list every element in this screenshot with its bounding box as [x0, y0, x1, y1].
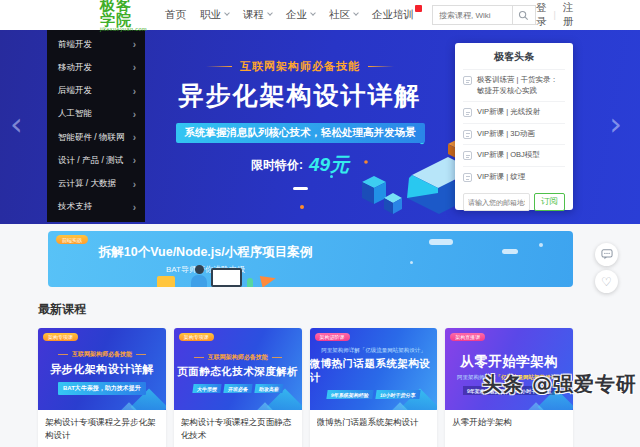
- hero-subtitle: 系统掌握消息队列核心技术，轻松处理高并发场景: [176, 123, 425, 143]
- auth-links: 登录 | 注册: [536, 1, 573, 29]
- hero-kicker: 互联网架构师必备技能: [145, 59, 455, 74]
- logo-title: 极客学院: [100, 0, 147, 27]
- watermark: 头条 @强爱专研: [482, 371, 637, 398]
- headlines-panel: 极客头条 极客训练营 | 干货实录：敏捷开发核心实践 VIP新课 | 光线投射 …: [455, 43, 573, 210]
- login-link[interactable]: 登录: [536, 1, 547, 29]
- thumb-badge: 架构专项课: [43, 333, 78, 341]
- article-icon: [463, 76, 472, 85]
- person-icon: [195, 265, 204, 274]
- nav-item-community[interactable]: 社区: [329, 8, 358, 22]
- chevron-right-icon: ›: [133, 132, 136, 143]
- search-box: [432, 5, 536, 25]
- carousel-prev-button[interactable]: ‹: [10, 108, 23, 140]
- nav-item-career[interactable]: 职业: [200, 8, 229, 22]
- thumb-tag: 大牛亲授: [192, 384, 221, 393]
- thumb-badge: 架构专项课: [179, 333, 214, 341]
- logo-subtitle: jikexueyuan.com: [100, 27, 147, 33]
- thumb-title: 微博热门话题系统架构设计: [310, 357, 438, 385]
- promo-illustration: [143, 257, 363, 287]
- thumb-tag: 开班必备: [223, 384, 252, 393]
- new-badge: [415, 5, 422, 12]
- thumb-title: 页面静态化技术深度解析: [177, 365, 298, 379]
- monitor-icon: [211, 268, 242, 287]
- chat-bubble-icon: [601, 249, 613, 260]
- article-icon: [463, 130, 472, 139]
- thumb-title: 异步化架构设计详解: [50, 362, 154, 377]
- nav-item-enterprise[interactable]: 企业: [286, 8, 315, 22]
- feedback-chat-button[interactable]: [595, 243, 618, 266]
- course-thumbnail: 架构专项课 互联网架构师必备技能 异步化架构设计详解 BAT大牛亲授，助力技术提…: [38, 328, 166, 410]
- headline-item[interactable]: VIP新课 | 纹理: [463, 166, 565, 188]
- thumb-badge: 架构进阶课: [315, 333, 350, 341]
- promo-badge: 前端实战: [56, 235, 88, 244]
- sidebar-item-ai[interactable]: 人工智能›: [47, 103, 145, 126]
- folder-icon: [157, 276, 175, 287]
- heart-icon: ♡: [601, 276, 612, 288]
- headline-item[interactable]: VIP新课 | OBJ模型: [463, 144, 565, 166]
- headline-item[interactable]: VIP新课 | 光线投射: [463, 101, 565, 123]
- course-thumbnail: 架构专项课 互联网架构师必备技能 页面静态化技术深度解析 大牛亲授 开班必备 助…: [174, 328, 302, 410]
- headline-item[interactable]: 极客训练营 | 干货实录：敏捷开发核心实践: [463, 69, 565, 101]
- course-title: 架构设计专项课程之页面静态化技术: [181, 416, 295, 442]
- plant-icon: [247, 278, 253, 287]
- sidebar-item-cloud-bigdata[interactable]: 云计算 / 大数据›: [47, 173, 145, 196]
- hero-title: 异步化架构设计详解: [145, 79, 455, 112]
- search-input[interactable]: [432, 5, 512, 25]
- course-card[interactable]: 架构专项课 互联网架构师必备技能 页面静态化技术深度解析 大牛亲授 开班必备 助…: [174, 328, 302, 447]
- course-title: 从零开始学架构: [452, 416, 566, 442]
- course-title: 架构设计专项课程之异步化架构设计: [45, 416, 159, 442]
- caret-down-icon: [310, 10, 316, 16]
- nav-item-courses[interactable]: 课程: [243, 8, 272, 22]
- chevron-right-icon: ›: [133, 179, 136, 190]
- nav-item-enterprise-training[interactable]: 企业培训: [372, 8, 422, 22]
- thumb-tag: 9年系统架构经验: [327, 390, 374, 399]
- course-card[interactable]: 架构专项课 互联网架构师必备技能 异步化架构设计详解 BAT大牛亲授，助力技术提…: [38, 328, 166, 447]
- hero-price: 限时特价: 49元: [145, 152, 455, 178]
- subscribe-row: 订阅: [455, 187, 573, 219]
- email-input[interactable]: [463, 193, 530, 211]
- promo-banner[interactable]: 前端实战 拆解10个Vue/Node.js/小程序项目案例 BAT导师带你进阶中…: [48, 231, 573, 287]
- cloud-icon: [429, 239, 453, 245]
- page: 极客学院 jikexueyuan.com 首页 职业 课程 企业 社区 企业培训…: [0, 0, 640, 447]
- article-icon: [463, 173, 472, 182]
- course-card[interactable]: 架构进阶课 阿里架构师详解「亿级流量网站架构设计」 微博热门话题系统架构设计 9…: [310, 328, 438, 447]
- register-link[interactable]: 注册: [563, 1, 574, 29]
- slide-indicator: [293, 187, 308, 190]
- article-icon: [463, 151, 472, 160]
- headlines-title: 极客头条: [455, 43, 573, 69]
- sidebar-item-tech-support[interactable]: 技术支持›: [47, 196, 145, 219]
- thumb-kicker: 阿里架构师详解「亿级流量网站架构设计」: [321, 347, 426, 354]
- course-thumbnail: 架构进阶课 阿里架构师详解「亿级流量网站架构设计」 微博热门话题系统架构设计 9…: [310, 328, 438, 410]
- search-icon: [518, 10, 529, 21]
- sidebar-item-frontend-dev[interactable]: 前端开发›: [47, 33, 145, 56]
- search-button[interactable]: [512, 5, 536, 25]
- thumb-title: 从零开始学架构: [460, 353, 558, 371]
- hero-content[interactable]: 互联网架构师必备技能 异步化架构设计详解 系统掌握消息队列核心技术，轻松处理高并…: [145, 30, 455, 222]
- caret-down-icon: [267, 10, 273, 16]
- section-title: 最新课程: [38, 301, 573, 318]
- like-button[interactable]: ♡: [595, 270, 618, 293]
- subscribe-button[interactable]: 订阅: [534, 193, 565, 211]
- sidebar-item-design-product-test[interactable]: 设计 / 产品 / 测试›: [47, 149, 145, 172]
- chevron-right-icon: ›: [133, 62, 136, 73]
- course-title: 微博热门话题系统架构设计: [317, 416, 431, 442]
- top-navbar: 极客学院 jikexueyuan.com 首页 职业 课程 企业 社区 企业培训…: [0, 0, 640, 30]
- thumb-kicker: 互联网架构师必备技能: [194, 353, 282, 362]
- auth-divider: |: [553, 10, 555, 20]
- logo[interactable]: 极客学院 jikexueyuan.com: [100, 0, 147, 33]
- hero-banner: ‹ › 前端开发› 移动开发› 后端开发› 人工智能› 智能硬件 / 物联网› …: [0, 30, 640, 224]
- chevron-right-icon: ›: [133, 202, 136, 213]
- sidebar-item-mobile-dev[interactable]: 移动开发›: [47, 56, 145, 79]
- carousel-next-button[interactable]: ›: [609, 108, 622, 140]
- chevron-right-icon: ›: [133, 155, 136, 166]
- cloud-icon: [502, 249, 518, 254]
- sidebar-item-backend-dev[interactable]: 后端开发›: [47, 80, 145, 103]
- thumb-badge: 架构直播课: [450, 333, 485, 341]
- sidebar-item-iot-hardware[interactable]: 智能硬件 / 物联网›: [47, 126, 145, 149]
- price-value: 49元: [309, 152, 349, 178]
- headline-item[interactable]: VIP新课 | 3D动画: [463, 123, 565, 145]
- thumb-tag: 助攻高薪: [254, 384, 283, 393]
- nav-item-home[interactable]: 首页: [165, 8, 186, 22]
- chevron-right-icon: ›: [133, 109, 136, 120]
- caret-down-icon: [224, 10, 230, 16]
